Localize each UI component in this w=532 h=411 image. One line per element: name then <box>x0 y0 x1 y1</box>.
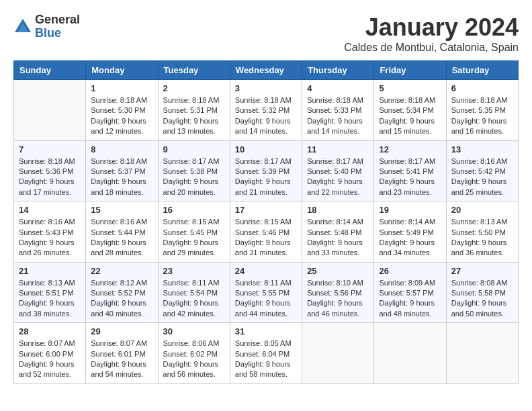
calendar-cell: 31Sunrise: 8:05 AMSunset: 6:04 PMDayligh… <box>230 323 302 384</box>
day-number: 14 <box>19 205 81 215</box>
day-header-sunday: Sunday <box>14 61 86 80</box>
calendar-cell: 4Sunrise: 8:18 AMSunset: 5:33 PMDaylight… <box>302 80 374 141</box>
day-info: Sunrise: 8:14 AMSunset: 5:48 PMDaylight:… <box>307 217 369 259</box>
week-row-3: 14Sunrise: 8:16 AMSunset: 5:43 PMDayligh… <box>14 201 519 263</box>
day-header-tuesday: Tuesday <box>158 61 230 80</box>
calendar-cell <box>374 323 446 384</box>
calendar-cell: 22Sunrise: 8:12 AMSunset: 5:52 PMDayligh… <box>86 262 158 323</box>
calendar-cell: 15Sunrise: 8:16 AMSunset: 5:44 PMDayligh… <box>86 201 158 263</box>
logo: General Blue <box>13 13 80 40</box>
calendar-cell: 5Sunrise: 8:18 AMSunset: 5:34 PMDaylight… <box>374 80 446 141</box>
calendar-cell: 7Sunrise: 8:18 AMSunset: 5:36 PMDaylight… <box>14 140 86 201</box>
calendar-cell: 2Sunrise: 8:18 AMSunset: 5:31 PMDaylight… <box>158 80 230 141</box>
day-number: 17 <box>235 205 297 215</box>
day-info: Sunrise: 8:14 AMSunset: 5:49 PMDaylight:… <box>379 217 441 259</box>
calendar-cell: 28Sunrise: 8:07 AMSunset: 6:00 PMDayligh… <box>14 323 86 384</box>
day-info: Sunrise: 8:18 AMSunset: 5:37 PMDaylight:… <box>91 156 152 198</box>
calendar-cell: 1Sunrise: 8:18 AMSunset: 5:30 PMDaylight… <box>86 80 158 141</box>
day-number: 11 <box>307 144 369 154</box>
day-header-saturday: Saturday <box>446 61 518 80</box>
week-row-4: 21Sunrise: 8:13 AMSunset: 5:51 PMDayligh… <box>14 262 519 323</box>
day-info: Sunrise: 8:07 AMSunset: 6:01 PMDaylight:… <box>91 338 152 380</box>
day-info: Sunrise: 8:18 AMSunset: 5:32 PMDaylight:… <box>235 95 297 137</box>
day-header-friday: Friday <box>374 61 446 80</box>
day-number: 21 <box>19 266 81 276</box>
day-info: Sunrise: 8:08 AMSunset: 5:58 PMDaylight:… <box>451 278 513 320</box>
calendar-cell: 8Sunrise: 8:18 AMSunset: 5:37 PMDaylight… <box>86 140 158 201</box>
day-info: Sunrise: 8:05 AMSunset: 6:04 PMDaylight:… <box>235 338 297 380</box>
calendar-cell: 21Sunrise: 8:13 AMSunset: 5:51 PMDayligh… <box>14 262 86 323</box>
calendar-cell <box>446 323 518 384</box>
day-info: Sunrise: 8:11 AMSunset: 5:54 PMDaylight:… <box>163 278 225 320</box>
day-number: 5 <box>379 83 441 93</box>
day-number: 24 <box>235 266 297 276</box>
day-info: Sunrise: 8:17 AMSunset: 5:41 PMDaylight:… <box>379 156 441 198</box>
logo-text: General Blue <box>35 13 80 40</box>
day-info: Sunrise: 8:18 AMSunset: 5:33 PMDaylight:… <box>307 95 369 137</box>
day-info: Sunrise: 8:07 AMSunset: 6:00 PMDaylight:… <box>19 338 81 380</box>
day-info: Sunrise: 8:13 AMSunset: 5:50 PMDaylight:… <box>451 217 513 259</box>
day-info: Sunrise: 8:16 AMSunset: 5:44 PMDaylight:… <box>91 217 152 259</box>
day-number: 9 <box>163 144 225 154</box>
day-info: Sunrise: 8:16 AMSunset: 5:42 PMDaylight:… <box>451 156 513 198</box>
title-block: January 2024 Caldes de Montbui, Cataloni… <box>344 13 519 54</box>
day-info: Sunrise: 8:17 AMSunset: 5:39 PMDaylight:… <box>235 156 297 198</box>
logo-blue-label: Blue <box>35 27 80 40</box>
day-number: 29 <box>91 326 152 336</box>
day-info: Sunrise: 8:12 AMSunset: 5:52 PMDaylight:… <box>91 278 152 320</box>
day-number: 23 <box>163 266 225 276</box>
calendar-cell: 30Sunrise: 8:06 AMSunset: 6:02 PMDayligh… <box>158 323 230 384</box>
day-header-monday: Monday <box>86 61 158 80</box>
day-number: 22 <box>91 266 152 276</box>
calendar-cell: 11Sunrise: 8:17 AMSunset: 5:40 PMDayligh… <box>302 140 374 201</box>
day-info: Sunrise: 8:10 AMSunset: 5:56 PMDaylight:… <box>307 278 369 320</box>
day-info: Sunrise: 8:18 AMSunset: 5:31 PMDaylight:… <box>163 95 225 137</box>
calendar-cell: 18Sunrise: 8:14 AMSunset: 5:48 PMDayligh… <box>302 201 374 263</box>
day-number: 12 <box>379 144 441 154</box>
day-number: 2 <box>163 83 225 93</box>
day-number: 8 <box>91 144 152 154</box>
calendar-cell: 29Sunrise: 8:07 AMSunset: 6:01 PMDayligh… <box>86 323 158 384</box>
calendar-cell: 20Sunrise: 8:13 AMSunset: 5:50 PMDayligh… <box>446 201 518 263</box>
week-row-1: 1Sunrise: 8:18 AMSunset: 5:30 PMDaylight… <box>14 80 519 141</box>
day-header-thursday: Thursday <box>302 61 374 80</box>
day-number: 26 <box>379 266 441 276</box>
calendar-cell: 27Sunrise: 8:08 AMSunset: 5:58 PMDayligh… <box>446 262 518 323</box>
day-number: 13 <box>451 144 513 154</box>
day-number: 1 <box>91 83 152 93</box>
calendar-cell: 10Sunrise: 8:17 AMSunset: 5:39 PMDayligh… <box>230 140 302 201</box>
day-info: Sunrise: 8:18 AMSunset: 5:34 PMDaylight:… <box>379 95 441 137</box>
day-info: Sunrise: 8:18 AMSunset: 5:36 PMDaylight:… <box>19 156 81 198</box>
page-header: General Blue January 2024 Caldes de Mont… <box>13 13 519 54</box>
day-number: 10 <box>235 144 297 154</box>
calendar-cell <box>302 323 374 384</box>
day-info: Sunrise: 8:18 AMSunset: 5:35 PMDaylight:… <box>451 95 513 137</box>
day-info: Sunrise: 8:17 AMSunset: 5:38 PMDaylight:… <box>163 156 225 198</box>
calendar-cell: 23Sunrise: 8:11 AMSunset: 5:54 PMDayligh… <box>158 262 230 323</box>
calendar-cell <box>14 80 86 141</box>
calendar-cell: 25Sunrise: 8:10 AMSunset: 5:56 PMDayligh… <box>302 262 374 323</box>
day-info: Sunrise: 8:18 AMSunset: 5:30 PMDaylight:… <box>91 95 152 137</box>
day-info: Sunrise: 8:15 AMSunset: 5:45 PMDaylight:… <box>163 217 225 259</box>
day-info: Sunrise: 8:17 AMSunset: 5:40 PMDaylight:… <box>307 156 369 198</box>
calendar-cell: 19Sunrise: 8:14 AMSunset: 5:49 PMDayligh… <box>374 201 446 263</box>
day-number: 6 <box>451 83 513 93</box>
day-number: 4 <box>307 83 369 93</box>
week-row-5: 28Sunrise: 8:07 AMSunset: 6:00 PMDayligh… <box>14 323 519 384</box>
day-number: 30 <box>163 326 225 336</box>
calendar-cell: 3Sunrise: 8:18 AMSunset: 5:32 PMDaylight… <box>230 80 302 141</box>
day-number: 27 <box>451 266 513 276</box>
day-header-wednesday: Wednesday <box>230 61 302 80</box>
calendar-cell: 14Sunrise: 8:16 AMSunset: 5:43 PMDayligh… <box>14 201 86 263</box>
day-info: Sunrise: 8:09 AMSunset: 5:57 PMDaylight:… <box>379 278 441 320</box>
calendar-cell: 12Sunrise: 8:17 AMSunset: 5:41 PMDayligh… <box>374 140 446 201</box>
logo-icon <box>13 17 32 36</box>
calendar-header-row: SundayMondayTuesdayWednesdayThursdayFrid… <box>14 61 519 80</box>
calendar-cell: 17Sunrise: 8:15 AMSunset: 5:46 PMDayligh… <box>230 201 302 263</box>
calendar-cell: 24Sunrise: 8:11 AMSunset: 5:55 PMDayligh… <box>230 262 302 323</box>
day-info: Sunrise: 8:13 AMSunset: 5:51 PMDaylight:… <box>19 278 81 320</box>
day-number: 16 <box>163 205 225 215</box>
day-number: 20 <box>451 205 513 215</box>
calendar-cell: 16Sunrise: 8:15 AMSunset: 5:45 PMDayligh… <box>158 201 230 263</box>
calendar-table: SundayMondayTuesdayWednesdayThursdayFrid… <box>13 60 519 384</box>
